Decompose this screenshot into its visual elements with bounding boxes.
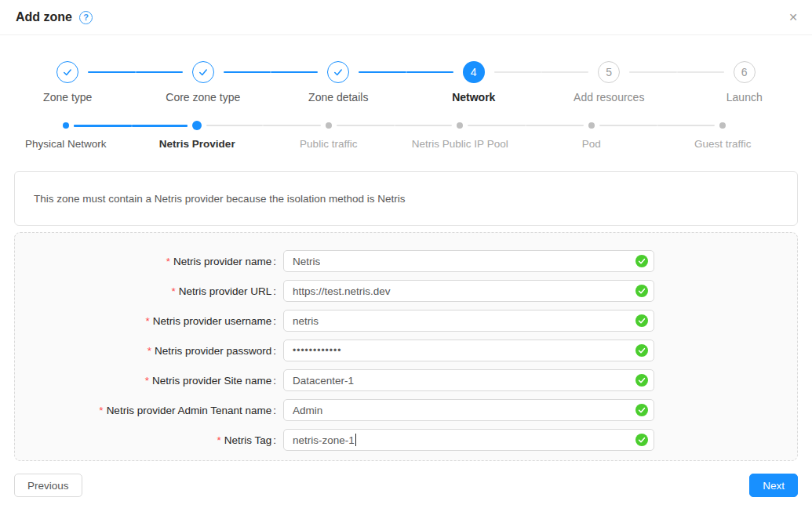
next-button[interactable]: Next	[749, 474, 798, 497]
step-zone-type: Zone type	[0, 61, 136, 105]
step-label: Launch	[677, 89, 812, 105]
substep-public-traffic: Public traffic	[263, 121, 395, 152]
step-label: Add resources	[541, 89, 677, 105]
step-label: Network	[406, 89, 542, 105]
step-network: 4 Network	[406, 61, 542, 105]
step-launch: 6 Launch	[677, 61, 812, 105]
isolation-method-notice: This zone must contain a Netris provider…	[14, 171, 798, 226]
substep-label: Netris Provider	[132, 136, 264, 152]
valid-check-icon	[635, 404, 648, 416]
dialog-title: Add zone	[16, 10, 72, 24]
netris-provider-url-input[interactable]: https://test.netris.dev	[283, 280, 654, 302]
step-check-icon	[56, 61, 78, 83]
notice-text: This zone must contain a Netris provider…	[34, 193, 405, 205]
wizard-footer: Previous Next	[14, 474, 798, 497]
substep-pod: Pod	[526, 121, 657, 152]
netris-provider-site-name-label: *Netris provider Site name:	[15, 375, 276, 387]
substep-guest-traffic: Guest traffic	[657, 121, 789, 152]
step-add-resources: 5 Add resources	[541, 61, 677, 105]
substep-label: Netris Public IP Pool	[395, 136, 526, 152]
form-row: *Netris Tag: netris-zone-1	[15, 429, 797, 451]
form-row: *Netris provider URL: https://test.netri…	[15, 280, 797, 302]
step-label: Core zone type	[136, 89, 271, 105]
substep-label: Pod	[526, 136, 657, 152]
substep-physical-network: Physical Network	[0, 121, 132, 152]
netris-provider-site-name-input[interactable]: Datacenter-1	[283, 369, 654, 391]
step-check-icon	[192, 61, 214, 83]
dialog-header: Add zone ? ✕	[0, 0, 812, 35]
wizard-stepper: Zone type Core zone type Zone details 4 …	[0, 35, 812, 105]
substep-dot	[326, 122, 332, 129]
netris-provider-url-label: *Netris provider URL:	[15, 285, 276, 297]
substep-netris-public-ip-pool: Netris Public IP Pool	[395, 121, 526, 152]
valid-check-icon	[635, 434, 648, 446]
form-row: *Netris provider password: ••••••••••••	[15, 340, 797, 361]
netris-provider-username-label: *Netris provider username:	[15, 315, 276, 327]
network-substepper: Physical Network Netris Provider Public …	[0, 105, 812, 152]
valid-check-icon	[635, 255, 648, 267]
netris-provider-password-label: *Netris provider password:	[15, 345, 276, 357]
substep-netris-provider: Netris Provider	[132, 121, 264, 152]
substep-dot	[63, 122, 69, 129]
close-icon[interactable]: ✕	[788, 11, 798, 24]
valid-check-icon	[635, 314, 648, 327]
valid-check-icon	[635, 285, 648, 297]
substep-label: Physical Network	[0, 136, 132, 152]
netris-provider-username-input[interactable]: netris	[283, 310, 654, 332]
form-row: *Netris provider username: netris	[15, 310, 797, 332]
netris-provider-password-input[interactable]: ••••••••••••	[283, 340, 654, 361]
step-label: Zone type	[0, 89, 136, 105]
step-number: 5	[598, 61, 620, 83]
netris-provider-name-input[interactable]: Netris	[283, 250, 654, 272]
help-icon[interactable]: ?	[79, 11, 93, 24]
step-check-icon	[327, 61, 349, 83]
netris-tag-input[interactable]: netris-zone-1	[283, 429, 654, 451]
netris-provider-name-label: *Netris provider name:	[15, 256, 276, 267]
form-row: *Netris provider name: Netris	[15, 250, 797, 272]
text-cursor	[355, 434, 357, 446]
substep-dot	[192, 121, 202, 130]
valid-check-icon	[635, 374, 648, 387]
substep-label: Guest traffic	[657, 136, 789, 152]
form-row: *Netris provider Admin Tenant name: Admi…	[15, 399, 797, 421]
step-number: 6	[734, 61, 756, 83]
substep-dot	[719, 122, 726, 129]
previous-button[interactable]: Previous	[14, 474, 82, 497]
netris-provider-form: *Netris provider name: Netris *Netris pr…	[14, 232, 798, 461]
netris-provider-admin-tenant-name-label: *Netris provider Admin Tenant name:	[15, 405, 276, 416]
substep-label: Public traffic	[263, 136, 395, 152]
netris-provider-admin-tenant-name-input[interactable]: Admin	[283, 399, 654, 421]
form-row: *Netris provider Site name: Datacenter-1	[15, 369, 797, 391]
step-zone-details: Zone details	[271, 61, 406, 105]
substep-dot	[588, 122, 595, 129]
netris-tag-label: *Netris Tag:	[15, 434, 276, 446]
substep-dot	[457, 122, 463, 129]
step-core-zone-type: Core zone type	[136, 61, 271, 105]
step-label: Zone details	[271, 89, 406, 105]
valid-check-icon	[635, 344, 648, 357]
step-number: 4	[463, 61, 485, 83]
